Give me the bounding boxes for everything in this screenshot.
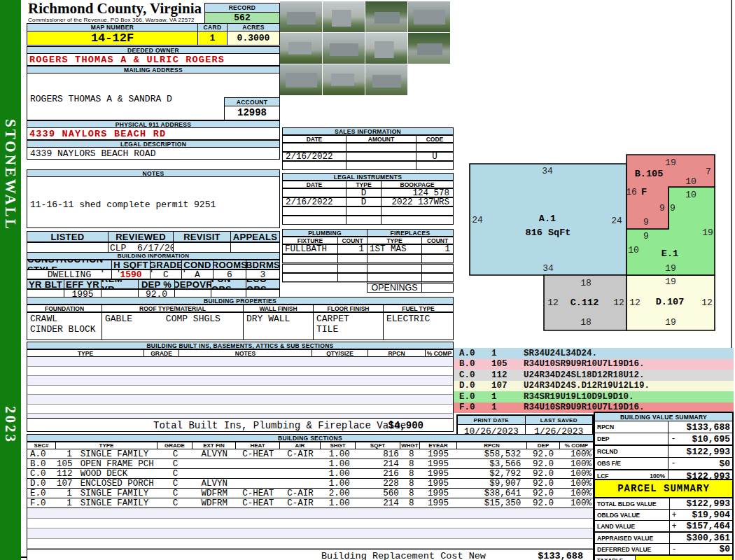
value-summary-amount: $122,993 — [678, 447, 732, 457]
property-photo[interactable] — [280, 64, 322, 95]
sketch-section-label: B.105 — [635, 169, 664, 179]
property-photo[interactable] — [408, 33, 450, 64]
fireplaces-header: COUNT — [422, 237, 454, 244]
legend-vector-code: U24R34D24S.D12R19U12L19. — [524, 381, 650, 391]
legend-vector-code: SR34U24L34D24. — [524, 349, 597, 358]
sketch-dimension: 18 — [580, 317, 592, 328]
section-header: EYEAR — [420, 442, 457, 449]
section-cell: SINGLE FAMILY — [78, 498, 158, 508]
table-row: TYPEGRADENOTESQTY/SIZERPCN% COMP — [27, 349, 454, 357]
account-box: ACCOUNT 12998 — [224, 97, 280, 120]
building-section-empty-row — [27, 539, 593, 550]
binfo-header: ECO OBS — [246, 279, 280, 289]
sale-date — [282, 143, 346, 152]
binfo-header: EFF YR — [64, 279, 102, 289]
section-cell: 100% — [559, 449, 593, 459]
section-cell: 92.0 — [526, 498, 559, 508]
sales-header: DATE — [282, 135, 346, 143]
section-cell: 1995 — [420, 479, 457, 489]
section-header: GRADE — [158, 442, 192, 449]
binfo-header: ROOMS — [214, 260, 246, 270]
roof-line: GABLECOMP SHGLS — [105, 314, 240, 324]
built-ins-header: GRADE — [144, 349, 179, 357]
property-photo[interactable] — [323, 64, 365, 95]
built-ins-empty-row — [27, 395, 453, 405]
binfo-header: DEP % — [139, 279, 175, 289]
sketch-section-label: C.112 — [570, 298, 599, 308]
parcel-summary-label: DEFERRED VALUE — [595, 544, 670, 554]
review-header: APPEALS — [231, 231, 280, 242]
table-row: FULLBATH11ST MAS1 — [282, 244, 454, 254]
floor-line: TILE — [316, 324, 380, 335]
value-summary-label: RCLND — [595, 446, 668, 457]
parcel-summary-label: LAND VALUE — [595, 521, 670, 531]
section-header: EXT FIN — [192, 442, 236, 449]
legend-number: 1 — [491, 402, 524, 412]
parcel-summary-amount: $122,993 — [678, 498, 732, 509]
built-ins-empty-row — [27, 405, 453, 414]
property-photo[interactable] — [323, 1, 365, 32]
sketch-section-label: D.107 — [656, 297, 685, 307]
plumbing-count — [338, 273, 368, 282]
binfo-value: C — [150, 270, 182, 279]
sketch-dimension: 18 — [580, 278, 592, 288]
property-photo[interactable] — [280, 1, 322, 32]
section-cell: 1995 — [420, 449, 457, 459]
property-record-card: STONEWALL 2023 Richmond County, Virginia… — [0, 0, 735, 560]
section-cell: WOOD DECK — [78, 469, 158, 479]
fireplace-count — [422, 273, 454, 282]
sketch-dimension: 24 — [472, 215, 483, 225]
openings-value — [422, 283, 454, 293]
property-photo[interactable] — [365, 64, 407, 95]
deeded-owner-label: DEEDED OWNER — [27, 46, 280, 54]
parcel-summary-sign: - — [670, 545, 678, 554]
value-summary-row: RCLND$122,993 — [595, 446, 732, 458]
section-cell: C — [158, 469, 193, 479]
section-header: AIR — [280, 442, 321, 449]
section-header: TYPE — [56, 442, 158, 449]
table-row — [282, 143, 454, 152]
property-photo[interactable] — [365, 1, 407, 32]
notes-line: 11-16-11 shed complete permit 9251 — [30, 200, 276, 210]
section-cell: C — [158, 489, 193, 498]
section-cell: ENCLOSED PORCH — [78, 479, 158, 489]
binfo-value: 6 — [214, 270, 246, 279]
section-cell: B.0 — [27, 459, 57, 469]
section-cell: 1995 — [420, 489, 457, 498]
property-header: FUEL TYPE — [384, 304, 454, 312]
sketch-dimension: 9 — [643, 231, 649, 241]
property-photo[interactable] — [323, 33, 365, 64]
legend-number: 112 — [491, 370, 524, 380]
sale-amount — [346, 143, 416, 152]
value-summary-amount: $10,695 — [678, 434, 732, 444]
sketch-dimension: 12 — [613, 298, 624, 308]
property-photo[interactable] — [365, 33, 407, 64]
section-header: SHGT — [321, 442, 356, 449]
legend-section: F.0 — [454, 402, 491, 412]
legend-section: A.0 — [454, 349, 491, 358]
property-values: CRAWLCINDER BLOCKGABLECOMP SHGLSDRY WALL… — [27, 312, 454, 340]
record-label: RECORD — [205, 4, 279, 13]
table-row — [282, 161, 454, 170]
plumb-fire-headers: PLUMBINGFIREPLACES — [282, 229, 454, 237]
section-cell: 2.00 — [321, 489, 356, 498]
parcel-summary-sign: + — [670, 510, 678, 520]
section-header-legal-instruments: LEGAL INSTRUMENTS — [282, 173, 454, 181]
review-header-row: LISTEDREVIEWEDREVISITAPPEALS — [27, 231, 280, 242]
building-sections-footer: Building Replacement Cost New$133,688 — [27, 549, 594, 560]
section-cell: 8 — [400, 498, 420, 508]
section-cell: 1.00 — [321, 459, 356, 469]
property-photo[interactable] — [280, 33, 322, 64]
section-cell: D.0 — [27, 479, 57, 489]
fireplace-type — [368, 254, 422, 263]
table-row: CONSTRUCTION STYLEH SQFTGRADECONDROOMSBD… — [27, 260, 280, 270]
mailing-address-label: MAILING ADDRESS — [27, 66, 280, 74]
sketch-dimension: 9 — [643, 217, 649, 227]
legend-section: E.0 — [454, 392, 491, 402]
value-summary-label: RPCN — [595, 421, 668, 433]
property-photo[interactable] — [408, 1, 450, 32]
built-ins-empty-row — [27, 357, 453, 367]
section-cell: 1995 — [420, 498, 457, 508]
section-cell: A.0 — [27, 449, 57, 459]
photo-row — [280, 33, 456, 64]
